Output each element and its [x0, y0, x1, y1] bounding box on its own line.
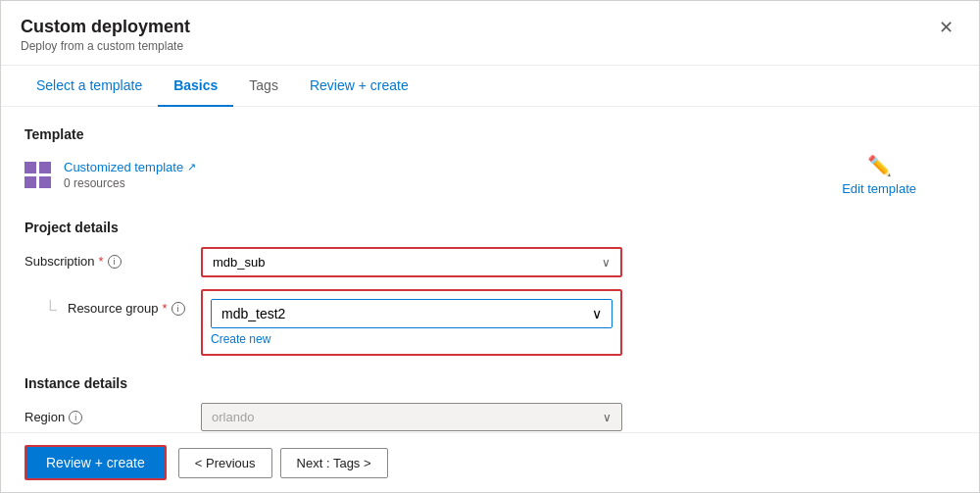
template-info: Customized template ↗ 0 resources — [24, 160, 196, 190]
resource-group-chevron-icon: ∨ — [592, 306, 602, 321]
resource-group-control: mdb_test2 ∨ Create new — [201, 289, 622, 356]
subscription-label: Subscription * i — [24, 247, 201, 269]
template-icon-cell-1 — [24, 162, 36, 173]
resource-group-wrapper: mdb_test2 ∨ Create new — [201, 289, 622, 356]
template-resources: 0 resources — [64, 176, 196, 190]
subscription-control: mdb_sub ∨ — [201, 247, 622, 277]
template-icon-cell-3 — [24, 176, 36, 188]
resource-group-label: └ Resource group * i — [24, 289, 201, 320]
tab-review-create[interactable]: Review + create — [294, 66, 424, 107]
external-link-icon: ↗ — [187, 161, 196, 173]
template-icon — [24, 162, 52, 189]
project-details-title: Project details — [24, 220, 956, 235]
region-label: Region i — [24, 403, 201, 424]
resource-group-row: └ Resource group * i mdb_test2 ∨ Create … — [24, 289, 956, 356]
region-value: orlando — [212, 410, 254, 424]
instance-details-section: Instance details Region i orlando ∨ — [24, 375, 956, 431]
tree-connector-icon: └ — [44, 300, 60, 320]
instance-details-title: Instance details — [24, 375, 956, 391]
subscription-select[interactable]: mdb_sub ∨ — [201, 247, 622, 277]
create-new-link[interactable]: Create new — [211, 332, 270, 346]
custom-deployment-dialog: Custom deployment Deploy from a custom t… — [0, 0, 980, 493]
region-info-icon[interactable]: i — [69, 411, 82, 424]
previous-button[interactable]: < Previous — [178, 448, 272, 478]
subscription-value: mdb_sub — [213, 255, 265, 270]
tab-select-template[interactable]: Select a template — [21, 66, 158, 107]
dialog-header-text: Custom deployment Deploy from a custom t… — [21, 17, 190, 53]
resource-group-select[interactable]: mdb_test2 ∨ — [211, 299, 612, 328]
template-name[interactable]: Customized template ↗ — [64, 160, 196, 174]
dialog-title: Custom deployment — [21, 17, 190, 37]
region-control: orlando ∨ — [201, 403, 622, 431]
dialog-header: Custom deployment Deploy from a custom t… — [1, 1, 979, 66]
resource-group-required: * — [163, 301, 168, 316]
template-icon-cell-4 — [39, 176, 51, 188]
review-create-button[interactable]: Review + create — [24, 445, 167, 480]
project-details-section: Project details Subscription * i mdb_sub… — [24, 220, 956, 356]
close-button[interactable]: ✕ — [933, 17, 959, 38]
dialog-content: Template Customized template ↗ 0 resourc… — [1, 107, 979, 432]
resource-group-info-icon[interactable]: i — [172, 302, 185, 316]
template-section: Customized template ↗ 0 resources ✏️ Edi… — [24, 154, 956, 196]
tab-basics[interactable]: Basics — [158, 66, 233, 107]
edit-template-label: Edit template — [842, 181, 916, 196]
region-select[interactable]: orlando ∨ — [201, 403, 622, 431]
edit-template-button[interactable]: ✏️ Edit template — [842, 154, 916, 196]
next-button[interactable]: Next : Tags > — [280, 448, 388, 478]
subscription-info-icon[interactable]: i — [108, 255, 122, 269]
subscription-chevron-icon: ∨ — [602, 256, 611, 270]
template-section-title: Template — [24, 126, 956, 142]
tab-tags[interactable]: Tags — [233, 66, 294, 107]
resource-group-value: mdb_test2 — [221, 306, 285, 321]
region-row: Region i orlando ∨ — [24, 403, 956, 431]
subscription-row: Subscription * i mdb_sub ∨ — [24, 247, 956, 277]
dialog-subtitle: Deploy from a custom template — [21, 39, 190, 53]
template-details: Customized template ↗ 0 resources — [64, 160, 196, 190]
region-chevron-icon: ∨ — [603, 411, 612, 424]
template-icon-cell-2 — [39, 162, 51, 173]
edit-icon: ✏️ — [867, 154, 892, 177]
subscription-required: * — [99, 254, 104, 269]
dialog-footer: Review + create < Previous Next : Tags > — [1, 432, 979, 492]
tab-bar: Select a template Basics Tags Review + c… — [1, 66, 979, 107]
